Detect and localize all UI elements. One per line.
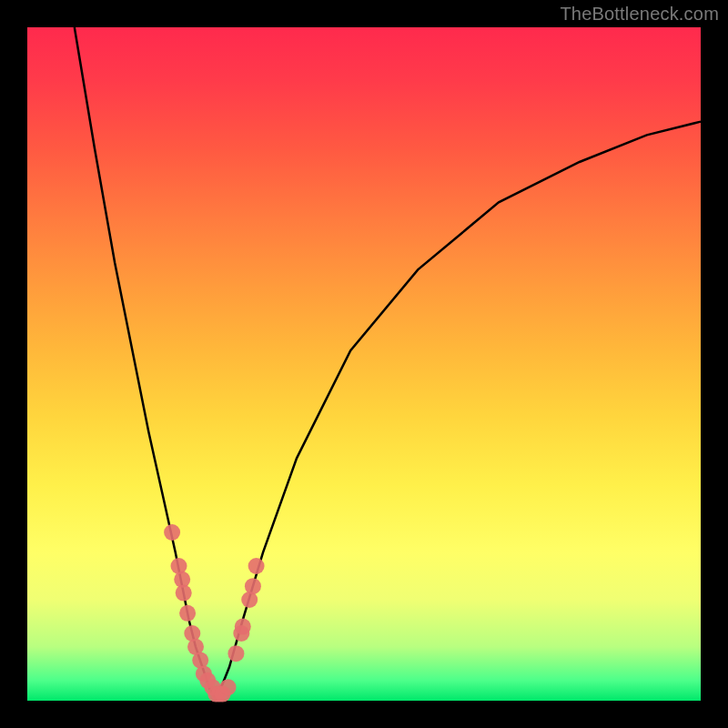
data-point <box>220 679 237 695</box>
data-point <box>228 645 244 662</box>
data-point <box>245 578 261 594</box>
chart-svg <box>27 27 701 701</box>
data-point <box>179 605 196 622</box>
right-curve <box>216 122 701 701</box>
watermark-text: TheBottleneck.com <box>560 4 719 25</box>
chart-frame: TheBottleneck.com <box>0 0 728 728</box>
data-point <box>164 524 180 541</box>
data-point <box>235 619 251 635</box>
scatter-points <box>164 524 265 703</box>
left-curve <box>75 27 216 701</box>
data-point <box>176 585 192 602</box>
data-point <box>248 558 265 574</box>
